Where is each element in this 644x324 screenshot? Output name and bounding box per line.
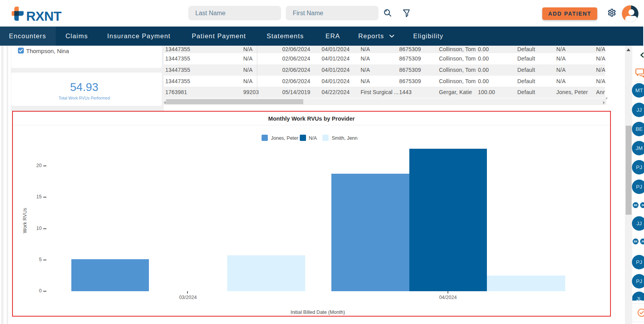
svg-text:RXNT: RXNT	[26, 9, 62, 23]
